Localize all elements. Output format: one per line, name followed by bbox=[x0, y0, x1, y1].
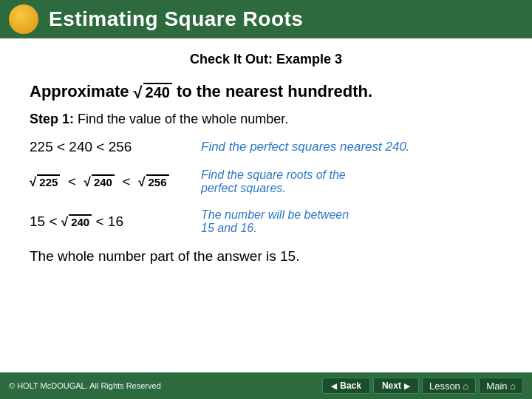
problem-radical: √ 240 bbox=[133, 83, 171, 101]
header-circle-icon bbox=[9, 4, 38, 34]
main-content: Check It Out: Example 3 Approximate √ 24… bbox=[0, 38, 532, 272]
radical-value: 240 bbox=[143, 83, 172, 101]
math-row-3: 15 < √ 240 < 16 The number will be betwe… bbox=[30, 208, 502, 235]
math-row-1: 225 < 240 < 256 Find the perfect squares… bbox=[30, 139, 502, 155]
inequality-3: 15 < √ 240 < 16 bbox=[30, 214, 185, 230]
next-arrow-icon: ▶ bbox=[404, 382, 410, 390]
footer-nav-buttons: ◀ Back Next ▶ Lesson ⌂ Main ⌂ bbox=[322, 378, 523, 394]
page-title: Estimating Square Roots bbox=[49, 7, 303, 31]
conclusion-text: The whole number part of the answer is 1… bbox=[30, 248, 502, 265]
next-button[interactable]: Next ▶ bbox=[373, 378, 419, 394]
comment-1: Find the perfect squares nearest 240. bbox=[201, 140, 410, 154]
main-button[interactable]: Main ⌂ bbox=[479, 378, 523, 394]
copyright-text: © HOLT McDOUGAL. All Rights Reserved bbox=[9, 381, 161, 390]
problem-suffix: to the nearest hundredth. bbox=[177, 82, 372, 101]
inequality-2: √ 225 < √ 240 < √ 256 bbox=[30, 174, 185, 190]
step1-label: Step 1: bbox=[30, 112, 74, 126]
step1-line: Step 1: Find the value of the whole numb… bbox=[30, 112, 502, 127]
back-arrow-icon: ◀ bbox=[331, 382, 337, 390]
math-row-2: √ 225 < √ 240 < √ 256 Find the square ro… bbox=[30, 168, 502, 195]
section-subtitle: Check It Out: Example 3 bbox=[30, 52, 502, 67]
main-home-icon: ⌂ bbox=[510, 381, 516, 392]
comment-2: Find the square roots of the perfect squ… bbox=[201, 168, 346, 195]
step1-text: Find the value of the whole number. bbox=[78, 112, 288, 126]
lesson-home-icon: ⌂ bbox=[463, 381, 468, 392]
inequality-1: 225 < 240 < 256 bbox=[30, 139, 185, 155]
problem-statement: Approximate √ 240 to the nearest hundred… bbox=[30, 82, 502, 101]
back-button[interactable]: ◀ Back bbox=[322, 378, 370, 394]
problem-prefix: Approximate bbox=[30, 82, 129, 101]
comment-3: The number will be between 15 and 16. bbox=[201, 208, 349, 235]
lesson-button[interactable]: Lesson ⌂ bbox=[422, 378, 476, 394]
header-bar: Estimating Square Roots bbox=[0, 0, 532, 38]
footer-bar: © HOLT McDOUGAL. All Rights Reserved ◀ B… bbox=[0, 372, 532, 399]
